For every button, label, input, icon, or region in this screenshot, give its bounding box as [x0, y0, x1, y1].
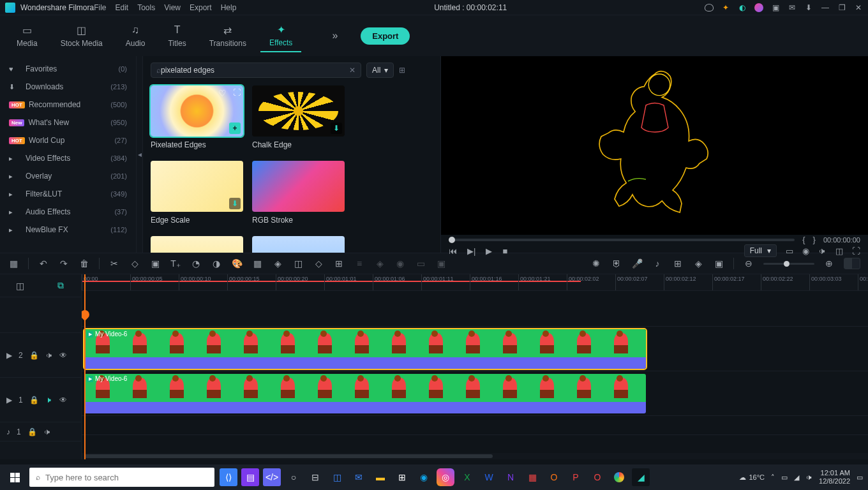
sidebar-item[interactable]: NewWhat's New(950) [0, 114, 136, 131]
mute-icon[interactable]: 🕩 [45, 351, 53, 360]
visibility-icon[interactable]: 👁 [59, 351, 67, 360]
crop-icon[interactable]: ◇ [129, 258, 140, 269]
zoom-out-icon[interactable]: ⊖ [743, 258, 754, 269]
app-icon[interactable]: </> [263, 468, 281, 486]
speed-icon[interactable]: ◔ [190, 258, 202, 269]
layout-icon[interactable]: ▦ [8, 258, 19, 269]
music-icon[interactable]: ♪ [652, 258, 663, 269]
word-icon[interactable]: W [480, 468, 498, 486]
mark-out-icon[interactable]: } [813, 235, 816, 244]
sidebar-item[interactable]: ▸NewBlue FX(112) [0, 221, 136, 239]
add-icon[interactable]: + [229, 122, 241, 134]
tab-titles[interactable]: TTitles [159, 20, 195, 52]
track-manage-icon[interactable]: ◫ [15, 280, 26, 292]
track-head-audio-1[interactable]: ♪1 🔒 🕩 [0, 422, 81, 442]
menu-tools[interactable]: Tools [137, 3, 155, 12]
link-icon[interactable]: ⧉ [55, 280, 66, 292]
taskbar-search-input[interactable] [45, 473, 208, 482]
mixer2-icon[interactable]: ⊞ [672, 258, 684, 269]
tray-battery-icon[interactable]: ▭ [781, 473, 788, 482]
onenote-icon[interactable]: N [502, 468, 520, 486]
color-icon[interactable]: ◑ [211, 258, 222, 269]
app-icon[interactable]: ▦ [523, 468, 541, 486]
view-toggle[interactable] [844, 258, 860, 269]
mic-icon[interactable]: 🎤 [631, 258, 643, 269]
effect-thumb[interactable]: ♡⛶+Pixelated Edges [151, 85, 243, 149]
text-icon[interactable]: T₊ [170, 258, 181, 269]
scrub-track[interactable] [449, 239, 795, 241]
video-track-1[interactable]: ▶My Video-6 [82, 371, 868, 416]
adjust-icon[interactable]: ⊞ [333, 258, 345, 269]
menu-view[interactable]: View [164, 3, 181, 12]
tray-wifi-icon[interactable]: ◢ [794, 473, 799, 482]
effect-thumb[interactable]: ⬇Edge Scale [151, 161, 243, 225]
cut-icon[interactable]: ✂ [108, 258, 120, 269]
tool-1-icon[interactable]: ✺ [590, 258, 602, 269]
tool-2-icon[interactable]: ⛨ [611, 258, 622, 269]
close-icon[interactable]: ✕ [854, 3, 863, 12]
effect-thumb[interactable]: RGB Stroke [252, 161, 345, 225]
marker-icon[interactable]: ▭ [415, 258, 426, 269]
clear-search-icon[interactable]: ✕ [349, 66, 355, 75]
clip-video-1[interactable]: ▶My Video-6 [84, 374, 646, 413]
cloud-icon[interactable] [705, 3, 714, 12]
menu-file[interactable]: File [94, 3, 106, 12]
download-icon[interactable]: ⬇ [229, 198, 241, 209]
tab-audio[interactable]: ♫Audio [117, 20, 154, 52]
tray-chevron-icon[interactable]: ˄ [771, 473, 775, 482]
render-icon[interactable]: ▣ [435, 258, 447, 269]
scrub-thumb[interactable] [449, 237, 455, 243]
sidebar-item[interactable]: ▸Video Effects(384) [0, 149, 136, 167]
palette-icon[interactable]: 🎨 [231, 258, 243, 269]
effect-thumb[interactable] [151, 236, 243, 253]
mail-icon[interactable]: ✉ [788, 3, 797, 12]
maximize-icon[interactable]: ❐ [837, 3, 846, 12]
favorite-icon[interactable]: ♡ [218, 88, 227, 98]
support-icon[interactable]: ◐ [738, 3, 747, 12]
sidebar-item[interactable]: ▸Audio Effects(37) [0, 203, 136, 221]
visibility-icon[interactable]: 👁 [59, 396, 67, 405]
greenscreen-icon[interactable]: ◫ [292, 258, 304, 269]
filter-select[interactable]: All▾ [366, 63, 394, 78]
clip-video-2[interactable]: ▶My Video-6 [84, 329, 646, 369]
zoom-slider[interactable] [763, 263, 814, 265]
mail-icon[interactable]: ✉ [350, 468, 368, 486]
taskview-icon[interactable]: ⊟ [306, 468, 324, 486]
audio-mixer-icon[interactable]: ≡ [354, 258, 365, 269]
effect-thumb[interactable]: ⬇Chalk Edge [252, 85, 345, 149]
menu-help[interactable]: Help [221, 3, 237, 12]
grid-view-icon[interactable]: ⊞ [399, 66, 405, 75]
notifications-icon[interactable]: ▭ [857, 473, 863, 482]
account-icon[interactable] [754, 3, 763, 12]
play-back-icon[interactable]: ▶| [467, 246, 475, 256]
tab-effects[interactable]: ✦Effects [260, 19, 301, 52]
sidebar-item[interactable]: ♥Favorites(0) [0, 60, 136, 78]
app-icon[interactable]: ◫ [328, 468, 346, 486]
lock-icon[interactable]: 🔒 [29, 396, 39, 405]
powerpoint-icon[interactable]: P [567, 468, 585, 486]
tab-stock-media[interactable]: ◫Stock Media [52, 20, 112, 52]
download-icon[interactable]: ⬇ [804, 3, 813, 12]
sidebar-collapse-handle[interactable]: ◂ [137, 56, 143, 253]
cortana-icon[interactable]: ○ [285, 468, 303, 486]
tab-media[interactable]: ▭Media [8, 20, 47, 52]
outlook-icon[interactable]: O [545, 468, 563, 486]
taskbar-search[interactable]: ⌕ [29, 468, 214, 487]
undo-icon[interactable]: ↶ [38, 258, 49, 269]
sidebar-item[interactable]: HOTWorld Cup(27) [0, 131, 136, 149]
tab-transitions[interactable]: ⇄Transitions [200, 20, 255, 52]
delete-icon[interactable]: 🗑 [79, 258, 90, 269]
compare-icon[interactable]: ◫ [835, 246, 843, 256]
tray-volume-icon[interactable]: 🕩 [805, 473, 812, 481]
app-icon[interactable]: ⟨⟩ [220, 468, 237, 486]
crop2-icon[interactable]: ▣ [149, 258, 161, 269]
menu-edit[interactable]: Edit [116, 3, 129, 12]
hscroll-thumb[interactable] [84, 454, 493, 458]
sidebar-item[interactable]: ▸Filter&LUT(349) [0, 185, 136, 203]
mute-icon[interactable]: 🕨 [45, 396, 53, 405]
edge-icon[interactable]: ◉ [415, 468, 433, 486]
volume-icon[interactable]: 🕩 [818, 246, 827, 256]
opera-icon[interactable]: O [588, 468, 606, 486]
redo-icon[interactable]: ↷ [58, 258, 70, 269]
sidebar-item[interactable]: ⬇Downloads(213) [0, 78, 136, 96]
